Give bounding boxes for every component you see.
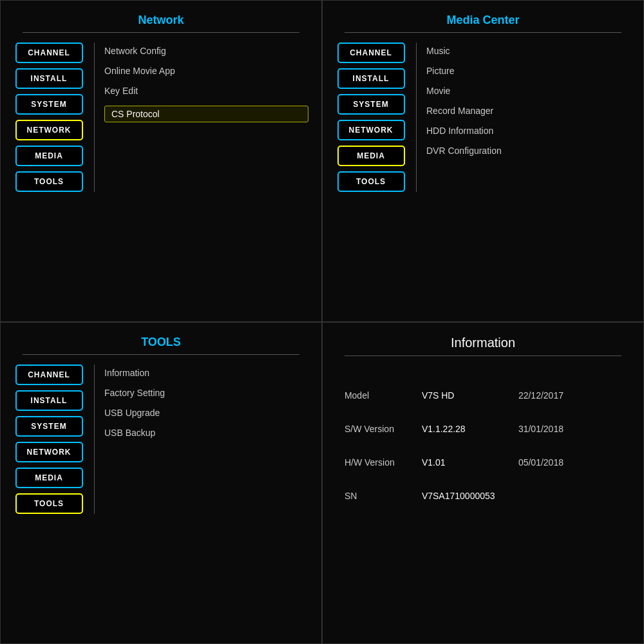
media-content: CHANNEL INSTALL SYSTEM NETWORK MEDIA TOO… (329, 43, 637, 192)
menu-hdd-info[interactable]: HDD Information (426, 126, 630, 136)
network-network-btn[interactable]: NETWORK (15, 120, 83, 140)
network-quadrant: Network CHANNEL INSTALL SYSTEM NETWORK M… (0, 0, 322, 322)
info-date-hw: 05/01/2018 (518, 457, 564, 468)
menu-online-movie[interactable]: Online Movie App (104, 66, 308, 76)
network-vert-divider (94, 43, 95, 192)
media-channel-btn[interactable]: CHANNEL (337, 43, 405, 63)
tools-content: CHANNEL INSTALL SYSTEM NETWORK MEDIA TOO… (7, 365, 315, 514)
menu-record-manager[interactable]: Record Manager (426, 106, 630, 116)
info-label-sn: SN (345, 491, 422, 501)
menu-picture[interactable]: Picture (426, 66, 630, 76)
network-content: CHANNEL INSTALL SYSTEM NETWORK MEDIA TOO… (7, 43, 315, 192)
menu-usb-upgrade[interactable]: USB Upgrade (104, 408, 308, 418)
media-nav: CHANNEL INSTALL SYSTEM NETWORK MEDIA TOO… (336, 43, 406, 192)
info-divider (345, 355, 621, 356)
info-table: Model V7S HD 22/12/2017 S/W Version V1.1… (345, 379, 621, 513)
media-system-btn[interactable]: SYSTEM (337, 94, 405, 115)
network-title: Network (138, 14, 184, 27)
network-divider (23, 32, 299, 33)
network-menu: Network Config Online Movie App Key Edit… (104, 43, 308, 192)
tools-menu: Information Factory Setting USB Upgrade … (104, 365, 308, 514)
network-media-btn[interactable]: MEDIA (15, 146, 83, 166)
media-install-btn[interactable]: INSTALL (337, 68, 405, 89)
media-title: Media Center (446, 14, 519, 27)
info-label-sw: S/W Version (345, 424, 422, 434)
media-tools-btn[interactable]: TOOLS (337, 171, 405, 192)
media-network-btn[interactable]: NETWORK (337, 120, 405, 140)
tools-install-btn[interactable]: INSTALL (15, 390, 83, 411)
info-label-hw: H/W Version (345, 457, 422, 468)
menu-key-edit[interactable]: Key Edit (104, 86, 308, 96)
tools-divider (23, 354, 299, 355)
info-value-model: V7S HD (422, 390, 518, 401)
tools-channel-btn[interactable]: CHANNEL (15, 365, 83, 385)
menu-information[interactable]: Information (104, 368, 308, 378)
network-system-btn[interactable]: SYSTEM (15, 94, 83, 115)
network-tools-btn[interactable]: TOOLS (15, 171, 83, 192)
menu-factory-setting[interactable]: Factory Setting (104, 388, 308, 398)
info-date-sw: 31/01/2018 (518, 424, 564, 434)
network-install-btn[interactable]: INSTALL (15, 68, 83, 89)
info-date-model: 22/12/2017 (518, 390, 564, 401)
menu-network-config[interactable]: Network Config (104, 46, 308, 56)
info-value-sw: V1.1.22.28 (422, 424, 518, 434)
tools-nav: CHANNEL INSTALL SYSTEM NETWORK MEDIA TOO… (14, 365, 84, 514)
menu-music[interactable]: Music (426, 46, 630, 56)
tools-system-btn[interactable]: SYSTEM (15, 416, 83, 437)
info-value-sn: V7SA1710000053 (422, 491, 518, 501)
info-row-hw: H/W Version V1.01 05/01/2018 (345, 446, 621, 479)
menu-cs-protocol[interactable]: CS Protocol (104, 106, 308, 122)
info-title: Information (451, 336, 515, 350)
menu-movie[interactable]: Movie (426, 86, 630, 96)
info-row-sw: S/W Version V1.1.22.28 31/01/2018 (345, 412, 621, 446)
info-row-model: Model V7S HD 22/12/2017 (345, 379, 621, 412)
info-value-hw: V1.01 (422, 457, 518, 468)
info-row-sn: SN V7SA1710000053 (345, 479, 621, 513)
tools-title: TOOLS (141, 336, 181, 349)
info-quadrant: Information Model V7S HD 22/12/2017 S/W … (322, 322, 644, 644)
media-vert-divider (416, 43, 417, 192)
network-channel-btn[interactable]: CHANNEL (15, 43, 83, 63)
media-media-btn[interactable]: MEDIA (337, 146, 405, 166)
tools-tools-btn[interactable]: TOOLS (15, 493, 83, 514)
tools-vert-divider (94, 365, 95, 514)
media-menu: Music Picture Movie Record Manager HDD I… (426, 43, 630, 192)
tools-network-btn[interactable]: NETWORK (15, 442, 83, 462)
network-nav: CHANNEL INSTALL SYSTEM NETWORK MEDIA TOO… (14, 43, 84, 192)
media-quadrant: Media Center CHANNEL INSTALL SYSTEM NETW… (322, 0, 644, 322)
media-divider (345, 32, 621, 33)
tools-media-btn[interactable]: MEDIA (15, 468, 83, 488)
main-grid: Network CHANNEL INSTALL SYSTEM NETWORK M… (0, 0, 644, 644)
menu-dvr-config[interactable]: DVR Configuration (426, 146, 630, 156)
tools-quadrant: TOOLS CHANNEL INSTALL SYSTEM NETWORK MED… (0, 322, 322, 644)
info-label-model: Model (345, 390, 422, 401)
menu-usb-backup[interactable]: USB Backup (104, 428, 308, 438)
